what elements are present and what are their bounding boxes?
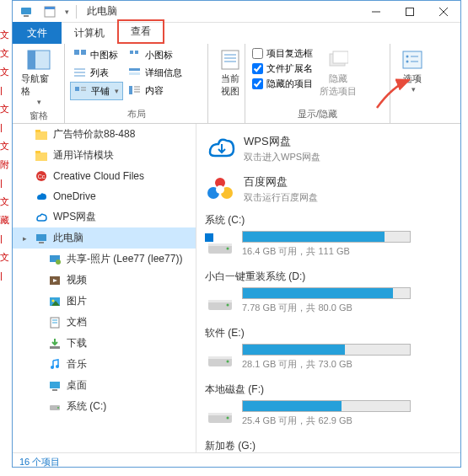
sidebar-item[interactable]: 音乐 bbox=[13, 354, 196, 375]
svg-rect-5 bbox=[406, 8, 414, 15]
svg-rect-11 bbox=[81, 50, 86, 55]
nav-pane-icon bbox=[25, 48, 52, 72]
close-button[interactable] bbox=[427, 1, 460, 23]
svg-rect-10 bbox=[74, 50, 79, 55]
svg-rect-40 bbox=[35, 151, 40, 153]
sidebar-item[interactable]: 广告特价款88-488 bbox=[13, 124, 196, 145]
layout-icon bbox=[128, 48, 142, 62]
status-bar: 16 个项目 bbox=[13, 452, 460, 471]
svg-rect-21 bbox=[129, 72, 140, 75]
svg-rect-70 bbox=[210, 238, 214, 243]
svg-rect-3 bbox=[45, 7, 55, 9]
sidebar-item[interactable]: 通用详情模块 bbox=[13, 145, 196, 166]
wps-icon bbox=[205, 134, 235, 164]
svg-rect-55 bbox=[50, 346, 60, 349]
svg-rect-20 bbox=[129, 68, 140, 71]
checkbox-1[interactable]: 文件扩展名 bbox=[250, 62, 315, 76]
sidebar-item[interactable]: OneDrive bbox=[13, 186, 196, 206]
svg-point-73 bbox=[227, 248, 229, 250]
hide-icon bbox=[325, 48, 352, 72]
sidebar-item[interactable]: 图片 bbox=[13, 291, 196, 312]
main-panel: WPS网盘双击进入WPS网盘百度网盘双击运行百度网盘系统 (C:)16.4 GB… bbox=[196, 124, 460, 452]
drive-item[interactable]: 小白一键重装系统 (D:)7.78 GB 可用，共 80.0 GB bbox=[205, 266, 452, 323]
dl-icon bbox=[48, 337, 62, 350]
svg-rect-59 bbox=[52, 389, 57, 391]
svg-rect-38 bbox=[35, 130, 40, 132]
svg-point-82 bbox=[227, 417, 229, 420]
layout-item[interactable]: 小图标 bbox=[125, 46, 186, 63]
usage-bar bbox=[242, 400, 411, 412]
svg-point-76 bbox=[227, 304, 229, 307]
svg-rect-44 bbox=[39, 242, 44, 243]
svg-rect-9 bbox=[28, 51, 35, 69]
current-view-icon bbox=[217, 48, 244, 72]
svg-point-56 bbox=[51, 366, 54, 369]
layout-item[interactable]: 详细信息 bbox=[125, 64, 186, 81]
sidebar-item[interactable]: 文档 bbox=[13, 312, 196, 333]
sidebar-item[interactable]: 系统 (C:) bbox=[13, 396, 196, 417]
sidebar-item[interactable]: 视频 bbox=[13, 270, 196, 291]
drive-item[interactable]: 软件 (E:)28.1 GB 可用，共 73.0 GB bbox=[205, 323, 452, 379]
drive-icon bbox=[205, 232, 235, 257]
svg-point-57 bbox=[56, 365, 59, 368]
onedrive-icon bbox=[35, 190, 48, 203]
svg-rect-32 bbox=[403, 51, 422, 68]
cc-icon: Cc bbox=[35, 169, 48, 183]
drive-icon bbox=[48, 400, 62, 414]
nav-pane-button[interactable]: 导航窗格 ▾ bbox=[18, 46, 59, 108]
window-title: 此电脑 bbox=[80, 4, 359, 19]
drive-icon bbox=[205, 288, 235, 313]
pic-icon bbox=[48, 295, 62, 308]
qat-dropdown-icon[interactable]: ▾ bbox=[65, 8, 69, 16]
tab-computer[interactable]: 计算机 bbox=[62, 22, 117, 44]
drive-item[interactable]: 本地磁盘 (F:)25.4 GB 可用，共 62.9 GB bbox=[205, 379, 452, 436]
svg-rect-78 bbox=[208, 356, 232, 359]
sidebar-item[interactable]: 共享-照片 (Lee77 (lee77)) bbox=[13, 249, 196, 270]
drive-icon bbox=[205, 345, 235, 370]
layout-item[interactable]: 内容 bbox=[125, 82, 186, 99]
options-icon bbox=[399, 48, 426, 72]
current-view-button[interactable]: 当前 视图 bbox=[213, 46, 247, 99]
layout-item[interactable]: 平铺▾ bbox=[70, 82, 123, 100]
svg-rect-18 bbox=[130, 51, 133, 54]
layout-item[interactable]: 列表 bbox=[70, 64, 123, 81]
svg-point-46 bbox=[56, 259, 61, 265]
svg-rect-69 bbox=[205, 238, 209, 243]
drive-item[interactable]: 新加卷 (G:) bbox=[205, 436, 452, 452]
minimize-button[interactable] bbox=[359, 1, 393, 23]
folder-icon bbox=[35, 128, 48, 142]
tab-view[interactable]: 查看 bbox=[117, 19, 164, 44]
svg-point-61 bbox=[57, 407, 59, 409]
properties-icon[interactable] bbox=[43, 5, 56, 19]
music-icon bbox=[48, 358, 62, 372]
sidebar-item[interactable]: ▸此电脑 bbox=[13, 227, 196, 249]
hide-selected-button[interactable]: 隐藏 所选项目 bbox=[316, 46, 360, 99]
layout-icon bbox=[74, 84, 88, 98]
sidebar-item[interactable]: 下载 bbox=[13, 333, 196, 354]
maximize-button[interactable] bbox=[393, 1, 427, 23]
baidu-icon bbox=[205, 174, 235, 205]
checkbox-2[interactable]: 隐藏的项目 bbox=[250, 77, 315, 91]
usage-bar bbox=[242, 287, 411, 299]
checkbox-0[interactable]: 项目复选框 bbox=[250, 46, 315, 61]
doc-icon bbox=[48, 316, 62, 329]
sidebar-item[interactable]: CcCreative Cloud Files bbox=[13, 166, 196, 186]
svg-rect-37 bbox=[35, 131, 47, 140]
cloud-item[interactable]: 百度网盘双击运行百度网盘 bbox=[205, 169, 452, 210]
sidebar-item[interactable]: WPS网盘 bbox=[13, 206, 196, 227]
svg-rect-75 bbox=[208, 300, 232, 302]
svg-point-50 bbox=[52, 299, 55, 302]
cloud-item[interactable]: WPS网盘双击进入WPS网盘 bbox=[205, 129, 452, 169]
svg-rect-67 bbox=[205, 233, 209, 238]
sidebar-item[interactable]: 桌面 bbox=[13, 375, 196, 396]
svg-rect-26 bbox=[222, 51, 239, 69]
svg-point-34 bbox=[406, 61, 409, 63]
svg-rect-19 bbox=[135, 51, 138, 54]
options-button[interactable]: 选项 ▾ bbox=[395, 46, 429, 95]
svg-rect-1 bbox=[24, 15, 29, 17]
drive-item[interactable]: 系统 (C:)16.4 GB 可用，共 111 GB bbox=[205, 210, 452, 266]
svg-rect-58 bbox=[50, 382, 60, 388]
layout-item[interactable]: 中图标 bbox=[70, 46, 123, 63]
layout-icon bbox=[128, 83, 142, 97]
tab-file[interactable]: 文件 bbox=[13, 22, 62, 44]
